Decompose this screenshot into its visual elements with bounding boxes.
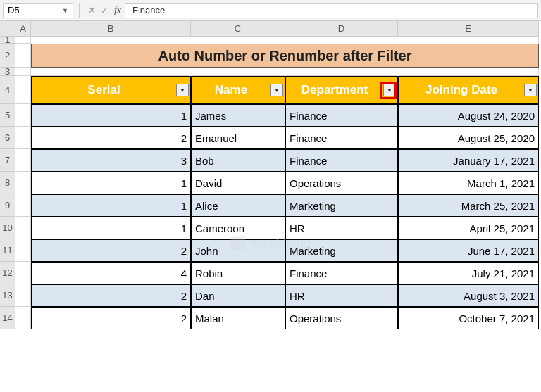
header-department-label: Department bbox=[286, 83, 383, 97]
filter-button-header-serial[interactable]: ▼ bbox=[176, 84, 189, 96]
cell-serial[interactable]: 4 bbox=[31, 262, 191, 284]
cell-date[interactable]: October 7, 2021 bbox=[398, 307, 539, 329]
cell[interactable] bbox=[31, 68, 539, 76]
cell-date[interactable]: August 3, 2021 bbox=[398, 284, 539, 307]
cell-department[interactable]: Operations bbox=[285, 307, 398, 329]
col-header-E[interactable]: E bbox=[398, 21, 539, 37]
formula-bar: D5 ▼ ✕ ✓ fx Finance bbox=[0, 0, 541, 21]
cell-serial[interactable]: 2 bbox=[31, 127, 191, 149]
cell-date[interactable]: March 25, 2021 bbox=[398, 194, 539, 217]
cell[interactable] bbox=[15, 127, 31, 149]
cell-name[interactable]: James bbox=[191, 104, 285, 127]
cell-serial[interactable]: 1 bbox=[31, 104, 191, 127]
cell[interactable] bbox=[15, 68, 31, 76]
cell-department[interactable]: HR bbox=[285, 217, 398, 239]
header-name: Name▼ bbox=[191, 76, 285, 104]
cell[interactable] bbox=[15, 307, 31, 329]
cell-name[interactable]: Dan bbox=[191, 284, 285, 307]
row-header-10[interactable]: 10 bbox=[0, 217, 15, 239]
header-name-label: Name bbox=[192, 83, 270, 97]
row-header-13[interactable]: 13 bbox=[0, 284, 15, 307]
cell[interactable] bbox=[31, 37, 539, 44]
cell-department[interactable]: Finance bbox=[285, 149, 398, 172]
cell-serial[interactable]: 2 bbox=[31, 307, 191, 329]
fx-icon[interactable]: fx bbox=[111, 5, 125, 16]
spreadsheet-grid: ABCDE12Auto Number or Renumber after Fil… bbox=[0, 21, 541, 329]
cell[interactable] bbox=[15, 194, 31, 217]
dropdown-icon[interactable]: ▼ bbox=[62, 7, 68, 14]
formula-text: Finance bbox=[132, 5, 165, 15]
cell-department[interactable]: Finance bbox=[285, 127, 398, 149]
cell[interactable] bbox=[15, 149, 31, 172]
row-header-11[interactable]: 11 bbox=[0, 239, 15, 262]
cell[interactable] bbox=[15, 76, 31, 104]
row-header-1[interactable]: 1 bbox=[0, 37, 15, 44]
cell[interactable] bbox=[15, 37, 31, 44]
cell-name[interactable]: Malan bbox=[191, 307, 285, 329]
cell-date[interactable]: August 25, 2020 bbox=[398, 127, 539, 149]
row-header-6[interactable]: 6 bbox=[0, 127, 15, 149]
filter-button-header-joining[interactable]: ▼ bbox=[524, 84, 537, 96]
col-header-B[interactable]: B bbox=[31, 21, 191, 37]
cell-serial[interactable]: 2 bbox=[31, 239, 191, 262]
header-serial-label: Serial bbox=[32, 83, 176, 97]
cell[interactable] bbox=[15, 104, 31, 127]
cell[interactable] bbox=[15, 284, 31, 307]
title-cell: Auto Number or Renumber after Filter bbox=[31, 44, 539, 68]
col-header-A[interactable]: A bbox=[15, 21, 31, 37]
cell-department[interactable]: HR bbox=[285, 284, 398, 307]
cell[interactable] bbox=[15, 239, 31, 262]
cell-date[interactable]: April 25, 2021 bbox=[398, 217, 539, 239]
name-box[interactable]: D5 ▼ bbox=[3, 3, 73, 18]
cell-name[interactable]: Robin bbox=[191, 262, 285, 284]
row-header-9[interactable]: 9 bbox=[0, 194, 15, 217]
cancel-icon[interactable]: ✕ bbox=[85, 5, 98, 15]
cell-date[interactable]: January 17, 2021 bbox=[398, 149, 539, 172]
cell-serial[interactable]: 1 bbox=[31, 194, 191, 217]
cell-department[interactable]: Marketing bbox=[285, 239, 398, 262]
separator bbox=[79, 3, 80, 18]
cell-serial[interactable]: 1 bbox=[31, 172, 191, 194]
cell-department[interactable]: Finance bbox=[285, 262, 398, 284]
cell[interactable] bbox=[15, 44, 31, 68]
cell-date[interactable]: August 24, 2020 bbox=[398, 104, 539, 127]
cell-department[interactable]: Operations bbox=[285, 172, 398, 194]
cell-name[interactable]: Alice bbox=[191, 194, 285, 217]
enter-icon[interactable]: ✓ bbox=[98, 5, 111, 15]
cell-name[interactable]: David bbox=[191, 172, 285, 194]
cell-department[interactable]: Marketing bbox=[285, 194, 398, 217]
header-joining-label: Joining Date bbox=[399, 83, 524, 97]
col-header-C[interactable]: C bbox=[191, 21, 285, 37]
col-header-D[interactable]: D bbox=[285, 21, 398, 37]
row-header-3[interactable]: 3 bbox=[0, 68, 15, 76]
cell-name[interactable]: Bob bbox=[191, 149, 285, 172]
cell-name[interactable]: Cameroon bbox=[191, 217, 285, 239]
row-header-8[interactable]: 8 bbox=[0, 172, 15, 194]
cell-serial[interactable]: 1 bbox=[31, 217, 191, 239]
header-serial: Serial▼ bbox=[31, 76, 191, 104]
cell-name[interactable]: John bbox=[191, 239, 285, 262]
filter-button-header-name[interactable]: ▼ bbox=[270, 84, 283, 96]
header-joining: Joining Date▼ bbox=[398, 76, 539, 104]
row-header-7[interactable]: 7 bbox=[0, 149, 15, 172]
cell[interactable] bbox=[15, 172, 31, 194]
cell-date[interactable]: June 17, 2021 bbox=[398, 239, 539, 262]
cell-department[interactable]: Finance bbox=[285, 104, 398, 127]
cell[interactable] bbox=[15, 262, 31, 284]
cell-name[interactable]: Emanuel bbox=[191, 127, 285, 149]
name-box-value: D5 bbox=[8, 5, 62, 15]
cell-date[interactable]: July 21, 2021 bbox=[398, 262, 539, 284]
header-department: Department▼ bbox=[285, 76, 398, 104]
row-header-4[interactable]: 4 bbox=[0, 76, 15, 104]
cell-date[interactable]: March 1, 2021 bbox=[398, 172, 539, 194]
row-header-2[interactable]: 2 bbox=[0, 44, 15, 68]
filter-button-header-department[interactable]: ▼ bbox=[383, 84, 396, 96]
row-header-5[interactable]: 5 bbox=[0, 104, 15, 127]
formula-input[interactable]: Finance bbox=[125, 3, 538, 18]
cell-serial[interactable]: 2 bbox=[31, 284, 191, 307]
cell[interactable] bbox=[15, 217, 31, 239]
row-header-14[interactable]: 14 bbox=[0, 307, 15, 329]
cell-serial[interactable]: 3 bbox=[31, 149, 191, 172]
row-header-12[interactable]: 12 bbox=[0, 262, 15, 284]
